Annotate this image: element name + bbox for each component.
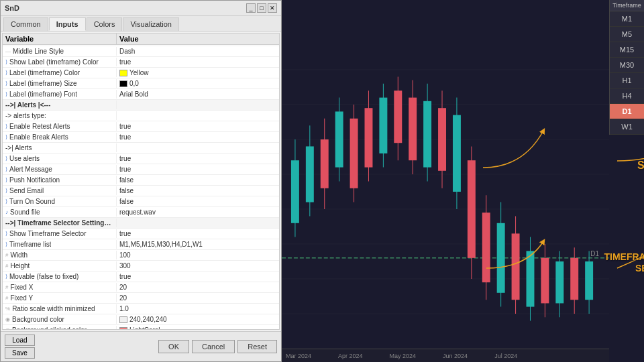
- table-row[interactable]: %Ratio scale width minimized1.0: [3, 304, 279, 314]
- table-row[interactable]: #Width100: [3, 250, 279, 261]
- table-row[interactable]: -->| Timeframe Selector Settings |<---: [3, 218, 279, 229]
- table-row[interactable]: ⟩Label (timeframe) FontArial Bold: [3, 89, 279, 100]
- number-icon: #: [5, 263, 8, 269]
- candlestick-chart: D1: [282, 0, 609, 349]
- cell-variable: -->| Timeframe Selector Settings |<---: [3, 219, 117, 227]
- timeframe-item-m30[interactable]: M30: [610, 58, 644, 73]
- svg-rect-14: [306, 146, 314, 202]
- table-row[interactable]: #Fixed Y20: [3, 293, 279, 304]
- table-row[interactable]: #Height300: [3, 261, 279, 272]
- table-row[interactable]: ⟩Label (timeframe) ColorYellow: [3, 68, 279, 78]
- table-row[interactable]: ◉Background clicked colorLightCoral: [3, 325, 279, 330]
- svg-rect-18: [335, 111, 343, 167]
- variable-text: Middle Line Style: [13, 48, 64, 55]
- dialog-footer: Load Save OK Cancel Reset: [1, 331, 281, 361]
- save-button[interactable]: Save: [5, 347, 35, 359]
- value-text: request.wav: [119, 208, 156, 216]
- cell-value: true: [117, 272, 279, 281]
- cell-value: true: [117, 229, 279, 238]
- table-row[interactable]: ⟩Turn On Soundfalse: [3, 196, 279, 207]
- value-text: true: [119, 273, 131, 280]
- timeframe-item-m5[interactable]: M5: [610, 27, 644, 42]
- arrow-icon: ⟩: [5, 198, 7, 204]
- table-header: Variable Value: [3, 34, 279, 45]
- maximize-button[interactable]: □: [257, 3, 266, 13]
- variable-text: Timeframe list: [9, 241, 51, 248]
- timeframe-panel: Timeframe M1M5M15M30H1H4D1W1: [609, 0, 644, 135]
- sound-icon: ♪: [5, 209, 8, 215]
- table-row[interactable]: ⟩Movable (false to fixed)true: [3, 272, 279, 282]
- svg-rect-42: [512, 233, 520, 300]
- svg-rect-48: [555, 261, 564, 303]
- table-row[interactable]: -> alerts type:: [3, 111, 279, 121]
- minimize-button[interactable]: _: [246, 3, 256, 13]
- tab-colors[interactable]: Colors: [87, 17, 123, 31]
- cell-variable: ⟩Movable (false to fixed): [3, 272, 117, 281]
- table-row[interactable]: ⟩Show Timeframe Selectortrue: [3, 229, 279, 239]
- footer-action-buttons: OK Cancel Reset: [158, 340, 277, 353]
- cell-value: [117, 147, 279, 149]
- dialog-panel: SnD _ □ ✕ Common Inputs Colors Visualiza…: [0, 0, 282, 362]
- cancel-button[interactable]: Cancel: [192, 340, 235, 353]
- timeframe-item-h1[interactable]: H1: [610, 73, 644, 88]
- table-row[interactable]: ⟩Push Notificationfalse: [3, 175, 279, 186]
- svg-rect-20: [350, 119, 358, 188]
- tab-visualization[interactable]: Visualization: [123, 17, 179, 31]
- cell-value: false: [117, 176, 279, 184]
- timeframe-item-m1[interactable]: M1: [610, 11, 644, 27]
- number-icon: #: [5, 284, 8, 290]
- table-row[interactable]: #Fixed X20: [3, 282, 279, 293]
- ok-button[interactable]: OK: [158, 340, 189, 353]
- variable-text: Sound file: [10, 208, 40, 216]
- table-row[interactable]: ◉Background color240,240,240: [3, 314, 279, 325]
- timeframe-item-d1[interactable]: D1: [610, 104, 644, 119]
- tab-inputs[interactable]: Inputs: [49, 17, 86, 31]
- table-row[interactable]: ⟩Use alertstrue: [3, 154, 279, 164]
- variable-text: -->| Timeframe Selector Settings |<---: [5, 219, 113, 227]
- variable-text: Alert Message: [9, 166, 52, 173]
- color-indicator-icon: ◉: [5, 327, 10, 330]
- table-row[interactable]: ⟩Enable Retest Alertstrue: [3, 121, 279, 132]
- cell-variable: ⟩Show Label (timeframe) Color: [3, 58, 117, 66]
- timeframe-item-w1[interactable]: W1: [610, 119, 644, 135]
- variable-text: -> alerts type:: [5, 112, 46, 119]
- table-row[interactable]: ⟩Label (timeframe) Size0,0: [3, 78, 279, 89]
- table-row[interactable]: ⟩Alert Messagetrue: [3, 164, 279, 175]
- table-row[interactable]: ->| Alerts: [3, 143, 279, 154]
- value-text: 1.0: [119, 305, 129, 312]
- cell-value: [117, 105, 279, 106]
- variable-text: Label (timeframe) Font: [9, 90, 77, 98]
- table-row[interactable]: ⟩Enable Break Alertstrue: [3, 132, 279, 143]
- inputs-table[interactable]: Variable Value ⟩Breaks Bullish Arrow233 …: [2, 33, 280, 330]
- close-button[interactable]: ✕: [268, 3, 277, 13]
- table-row[interactable]: -->| Alerts |<---: [3, 100, 279, 111]
- cell-value: 1.0: [117, 304, 279, 313]
- variable-text: Show Label (timeframe) Color: [9, 58, 99, 66]
- table-row[interactable]: ⟩Timeframe listM1,M5,M15,M30,H4,D1,W1: [3, 239, 279, 250]
- arrow-icon: ⟩: [5, 166, 7, 172]
- value-text: Dash: [119, 48, 135, 55]
- color-swatch: [119, 316, 127, 323]
- table-row[interactable]: ♪Sound filerequest.wav: [3, 207, 279, 218]
- load-button[interactable]: Load: [5, 335, 35, 346]
- value-text: true: [119, 133, 131, 141]
- table-row[interactable]: ⟩Show Label (timeframe) Colortrue: [3, 57, 279, 68]
- svg-rect-24: [379, 98, 387, 154]
- svg-rect-40: [497, 223, 505, 293]
- variable-text: Turn On Sound: [9, 198, 55, 205]
- tab-common[interactable]: Common: [3, 17, 48, 31]
- value-text: true: [119, 166, 131, 173]
- arrow-icon: ⟩: [5, 80, 7, 86]
- reset-button[interactable]: Reset: [237, 340, 277, 353]
- table-row[interactable]: —Middle Line StyleDash: [3, 46, 279, 57]
- number-icon: #: [5, 252, 8, 258]
- cell-value: [117, 115, 279, 117]
- dialog-title: SnD: [5, 4, 19, 12]
- variable-text: Label (timeframe) Size: [9, 80, 77, 87]
- value-text: true: [119, 58, 131, 66]
- svg-rect-32: [438, 108, 446, 171]
- timeframe-item-m15[interactable]: M15: [610, 42, 644, 58]
- timeframe-item-h4[interactable]: H4: [610, 88, 644, 104]
- table-row[interactable]: ⟩Send Emailfalse: [3, 186, 279, 196]
- arrow-icon: ⟩: [5, 274, 7, 280]
